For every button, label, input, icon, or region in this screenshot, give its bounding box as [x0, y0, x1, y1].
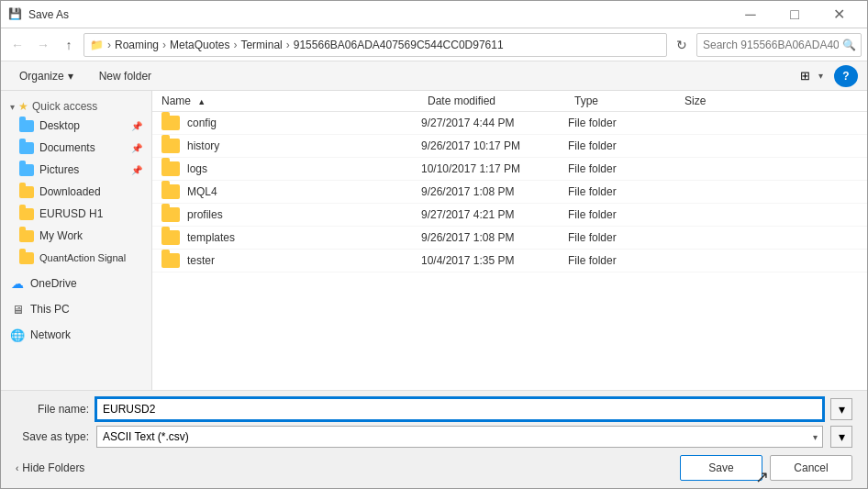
view-arrow-icon: ▾: [818, 71, 823, 81]
sidebar-item-this-pc[interactable]: 🖥 This PC: [1, 298, 151, 320]
breadcrumb-folder-icon: 📁: [90, 39, 104, 51]
up-button[interactable]: ↑: [58, 34, 80, 56]
pictures-pin-icon: 📌: [131, 165, 142, 175]
this-pc-icon: 🖥: [10, 302, 25, 317]
file-date: 9/26/2017 1:08 PM: [421, 231, 568, 244]
cursor-icon: ↗: [755, 467, 769, 487]
folder-icon: [161, 184, 180, 199]
savetype-dropdown-button[interactable]: ▾: [830, 426, 852, 448]
filename-dropdown-button[interactable]: ▾: [830, 398, 852, 420]
hide-folders-chevron-icon: ‹: [16, 463, 18, 473]
desktop-pin-icon: 📌: [131, 121, 142, 131]
save-button[interactable]: Save ↗: [680, 455, 762, 481]
file-name: templates: [187, 231, 421, 244]
address-breadcrumb[interactable]: 📁 › Roaming › MetaQuotes › Terminal › 91…: [83, 33, 667, 57]
back-button[interactable]: ←: [6, 34, 28, 56]
minimize-button[interactable]: ─: [729, 1, 772, 28]
sidebar-item-documents[interactable]: Documents 📌: [1, 137, 151, 159]
savetype-label: Save as type:: [16, 430, 89, 443]
window-controls: ─ □ ✕: [729, 1, 860, 28]
file-name: MQL4: [187, 185, 421, 198]
table-row[interactable]: logs 10/10/2017 1:17 PM File folder: [152, 158, 867, 181]
file-date: 10/4/2017 1:35 PM: [421, 254, 568, 267]
file-date: 9/27/2017 4:21 PM: [421, 208, 568, 221]
forward-button[interactable]: →: [32, 34, 54, 56]
file-type: File folder: [568, 139, 678, 152]
column-type[interactable]: Type: [574, 94, 684, 107]
refresh-button[interactable]: ↻: [671, 34, 693, 56]
sidebar-item-onedrive[interactable]: ☁ OneDrive: [1, 272, 151, 295]
action-buttons: Save ↗ Cancel: [680, 455, 852, 481]
documents-icon: [19, 140, 34, 155]
sidebar-item-downloaded[interactable]: Downloaded: [1, 181, 151, 203]
organize-button[interactable]: Organize ▾: [10, 65, 83, 87]
quantaction-icon: [19, 250, 34, 265]
search-input[interactable]: [696, 33, 862, 57]
folder-icon: [161, 253, 180, 268]
sidebar-section-onedrive: ☁ OneDrive: [1, 272, 151, 295]
column-size[interactable]: Size: [684, 94, 758, 107]
file-name: profiles: [187, 208, 421, 221]
my-work-icon: [19, 228, 34, 243]
file-name: tester: [187, 254, 421, 267]
folder-icon: [161, 207, 180, 222]
column-name[interactable]: Name ▲: [161, 94, 428, 107]
view-controls: ⊞ ▾ ?: [793, 65, 858, 87]
breadcrumb-roaming[interactable]: Roaming: [115, 39, 159, 51]
hide-folders-button[interactable]: ‹ Hide Folders: [16, 458, 84, 478]
search-wrapper: 🔍: [696, 33, 862, 57]
column-date[interactable]: Date modified: [428, 94, 574, 107]
savetype-select[interactable]: ASCII Text (*.csv) CSV (*.csv) All Files…: [96, 426, 823, 448]
filename-input[interactable]: [96, 398, 823, 420]
eurusd-h1-icon: [19, 206, 34, 221]
cancel-button[interactable]: Cancel: [770, 455, 852, 481]
sidebar-section-network: 🌐 Network: [1, 324, 151, 346]
file-type: File folder: [568, 162, 678, 175]
help-button[interactable]: ?: [834, 65, 858, 87]
table-row[interactable]: config 9/27/2017 4:44 PM File folder: [152, 112, 867, 135]
sidebar-item-eurusd-h1[interactable]: EURUSD H1: [1, 203, 151, 225]
file-date: 9/27/2017 4:44 PM: [421, 117, 568, 129]
file-type: File folder: [568, 231, 678, 244]
bottom-panel: File name: ▾ Save as type: ASCII Text (*…: [1, 390, 867, 488]
address-bar: ← → ↑ 📁 › Roaming › MetaQuotes › Termina…: [1, 28, 867, 61]
sidebar-item-my-work[interactable]: My Work: [1, 225, 151, 247]
table-row[interactable]: history 9/26/2017 10:17 PM File folder: [152, 135, 867, 158]
title-bar: 💾 Save As ─ □ ✕: [1, 1, 867, 28]
downloaded-icon: [19, 184, 34, 199]
folder-icon: [161, 230, 180, 245]
search-icon: 🔍: [842, 39, 856, 51]
maximize-button[interactable]: □: [773, 1, 816, 28]
documents-pin-icon: 📌: [131, 143, 142, 153]
table-row[interactable]: MQL4 9/26/2017 1:08 PM File folder: [152, 181, 867, 204]
sidebar-header-quick-access[interactable]: ▾ ★ Quick access: [1, 94, 151, 115]
filename-label: File name:: [16, 403, 89, 416]
file-rows: config 9/27/2017 4:44 PM File folder his…: [152, 112, 867, 272]
folder-icon: [161, 139, 180, 153]
sidebar-section-quick-access: ▾ ★ Quick access Desktop 📌 Documents: [1, 94, 151, 269]
sort-arrow-name: ▲: [197, 97, 206, 106]
breadcrumb-terminal[interactable]: Terminal: [240, 39, 282, 51]
view-toggle-button[interactable]: ⊞: [793, 65, 817, 87]
organize-chevron-icon: ▾: [68, 70, 73, 83]
sidebar-item-network[interactable]: 🌐 Network: [1, 324, 151, 346]
file-list-header: Name ▲ Date modified Type Size: [152, 91, 867, 112]
breadcrumb-metaquotes[interactable]: MetaQuotes: [170, 39, 229, 51]
sidebar-item-desktop[interactable]: Desktop 📌: [1, 115, 151, 137]
action-row: ‹ Hide Folders Save ↗ Cancel: [16, 453, 852, 481]
file-name: logs: [187, 162, 421, 175]
file-type: File folder: [568, 117, 678, 129]
desktop-icon: [19, 118, 34, 133]
onedrive-icon: ☁: [10, 276, 25, 291]
folder-icon: [161, 161, 180, 176]
close-button[interactable]: ✕: [818, 1, 860, 28]
new-folder-button[interactable]: New folder: [90, 65, 161, 87]
file-type: File folder: [568, 254, 678, 267]
table-row[interactable]: tester 10/4/2017 1:35 PM File folder: [152, 250, 867, 272]
breadcrumb-current[interactable]: 915566BA06ADA407569C544CC0D97611: [294, 39, 504, 51]
sidebar-item-quantaction[interactable]: QuantAction Signal: [1, 247, 151, 269]
folder-icon: [161, 116, 180, 130]
sidebar-item-pictures[interactable]: Pictures 📌: [1, 159, 151, 181]
table-row[interactable]: templates 9/26/2017 1:08 PM File folder: [152, 227, 867, 250]
table-row[interactable]: profiles 9/27/2017 4:21 PM File folder: [152, 204, 867, 227]
